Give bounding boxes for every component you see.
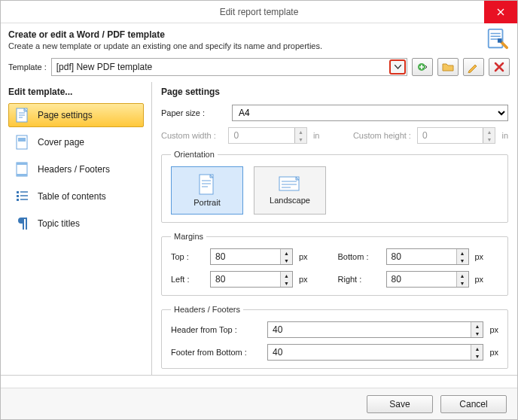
pencil-icon bbox=[468, 61, 480, 73]
header: Create or edit a Word / PDF template Cre… bbox=[1, 23, 517, 55]
titlebar: Edit report template bbox=[1, 1, 517, 23]
close-icon bbox=[497, 8, 504, 16]
svg-rect-1 bbox=[498, 38, 502, 43]
header-from-top-label: Header from Top : bbox=[171, 325, 261, 334]
nav-label: Topic titles bbox=[38, 218, 80, 229]
cancel-button[interactable]: Cancel bbox=[440, 395, 507, 413]
hf-fieldset: Headers / Footers Header from Top : 40▲▼… bbox=[161, 305, 508, 369]
page-icon bbox=[15, 108, 30, 123]
save-button[interactable]: Save bbox=[367, 395, 433, 413]
template-select-value: [pdf] New PDF template bbox=[56, 62, 152, 72]
delete-template-button[interactable] bbox=[489, 58, 510, 76]
footer: Save Cancel bbox=[1, 388, 517, 419]
nav-toc[interactable]: Table of contents bbox=[8, 184, 144, 208]
unit-in: in bbox=[501, 131, 508, 140]
chevron-down-icon bbox=[395, 65, 401, 69]
svg-rect-8 bbox=[17, 174, 27, 176]
svg-rect-11 bbox=[17, 199, 19, 201]
hf-icon bbox=[15, 162, 30, 177]
custom-width-input: 0▲▼ bbox=[228, 127, 307, 144]
nav-label: Table of contents bbox=[38, 191, 106, 202]
margin-top-label: Top : bbox=[171, 252, 204, 261]
template-label: Template : bbox=[8, 62, 47, 72]
nav-label: Headers / Footers bbox=[38, 164, 110, 175]
delete-icon bbox=[493, 61, 505, 73]
content-title: Page settings bbox=[161, 87, 508, 97]
header-subtitle: Create a new template or update an exist… bbox=[8, 41, 510, 50]
margin-bottom-input[interactable]: 80▲▼ bbox=[386, 248, 469, 265]
nav-label: Page settings bbox=[38, 110, 93, 120]
orientation-fieldset: Orientation Portrait Landscape bbox=[161, 150, 508, 223]
margin-bottom-label: Bottom : bbox=[338, 252, 380, 261]
footer-from-bottom-input[interactable]: 40▲▼ bbox=[267, 344, 483, 361]
custom-height-label: Custom height : bbox=[353, 131, 411, 140]
window: Edit report template Create or edit a Wo… bbox=[0, 0, 518, 420]
margin-right-label: Right : bbox=[338, 275, 380, 284]
margins-legend: Margins bbox=[171, 232, 206, 241]
header-from-top-input[interactable]: 40▲▼ bbox=[267, 321, 483, 338]
portrait-page-icon bbox=[199, 174, 215, 195]
close-button[interactable] bbox=[484, 1, 517, 23]
main-area: Edit template... Page settings Cover pag… bbox=[1, 82, 517, 376]
footer-from-bottom-label: Footer from Bottom : bbox=[171, 348, 261, 357]
template-select[interactable]: [pdf] New PDF template bbox=[51, 58, 407, 76]
content-pane: Page settings Paper size : A4 Custom wid… bbox=[151, 82, 517, 375]
svg-rect-5 bbox=[18, 138, 26, 142]
sidebar-title: Edit template... bbox=[8, 87, 144, 97]
cover-icon bbox=[15, 135, 30, 150]
svg-rect-9 bbox=[17, 191, 19, 193]
template-row: Template : [pdf] New PDF template bbox=[1, 55, 517, 82]
open-folder-button[interactable] bbox=[437, 58, 459, 76]
nav-label: Cover page bbox=[38, 137, 84, 148]
paper-size-select[interactable]: A4 bbox=[232, 105, 508, 121]
landscape-page-icon bbox=[279, 176, 301, 193]
orientation-portrait[interactable]: Portrait bbox=[171, 166, 243, 215]
pilcrow-icon bbox=[15, 216, 30, 231]
svg-rect-7 bbox=[17, 163, 27, 165]
svg-rect-10 bbox=[17, 195, 19, 197]
nav-headers-footers[interactable]: Headers / Footers bbox=[8, 157, 144, 181]
svg-rect-4 bbox=[17, 135, 27, 149]
margin-left-label: Left : bbox=[171, 275, 204, 284]
orientation-portrait-label: Portrait bbox=[193, 198, 220, 207]
plus-icon bbox=[416, 61, 428, 73]
paper-size-label: Paper size : bbox=[161, 108, 226, 117]
orientation-landscape[interactable]: Landscape bbox=[254, 166, 326, 215]
template-dropdown-button[interactable] bbox=[389, 59, 406, 75]
margin-right-input[interactable]: 80▲▼ bbox=[386, 271, 469, 288]
sidebar: Edit template... Page settings Cover pag… bbox=[1, 82, 151, 375]
orientation-legend: Orientation bbox=[171, 150, 218, 159]
margins-fieldset: Margins Top : 80▲▼ px Bottom : 80▲▼ px bbox=[161, 232, 508, 296]
window-title: Edit report template bbox=[220, 7, 299, 17]
margin-left-input[interactable]: 80▲▼ bbox=[210, 271, 293, 288]
nav-cover-page[interactable]: Cover page bbox=[8, 130, 144, 154]
custom-height-input: 0▲▼ bbox=[417, 127, 496, 144]
orientation-landscape-label: Landscape bbox=[270, 196, 310, 205]
hf-legend: Headers / Footers bbox=[171, 305, 243, 314]
custom-width-label: Custom width : bbox=[161, 131, 222, 140]
add-template-button[interactable] bbox=[412, 58, 433, 76]
header-title: Create or edit a Word / PDF template bbox=[8, 29, 510, 40]
nav-page-settings[interactable]: Page settings bbox=[8, 103, 144, 127]
margin-top-input[interactable]: 80▲▼ bbox=[210, 248, 293, 265]
template-doc-icon bbox=[486, 28, 508, 50]
unit-in: in bbox=[313, 131, 320, 140]
nav-topic-titles[interactable]: Topic titles bbox=[8, 212, 144, 236]
toc-icon bbox=[15, 190, 30, 203]
folder-icon bbox=[442, 61, 454, 73]
edit-template-button[interactable] bbox=[463, 58, 484, 76]
